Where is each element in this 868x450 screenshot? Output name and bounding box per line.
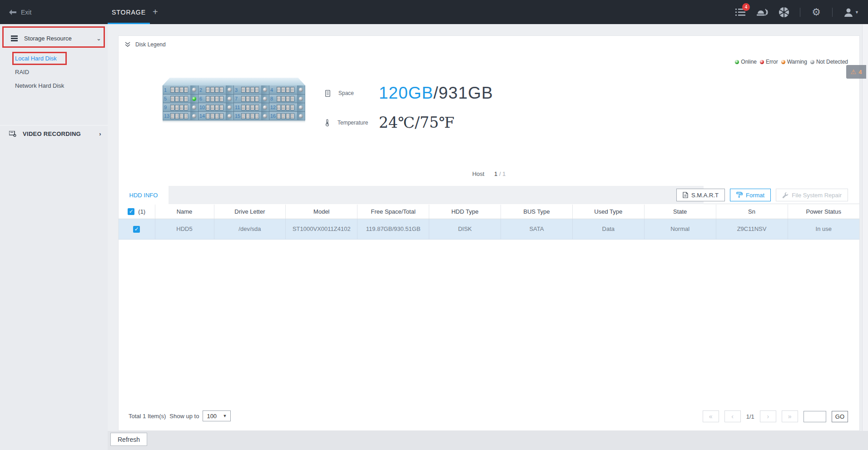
column-header-hdd-type: HDD Type (429, 205, 501, 219)
vent (250, 87, 254, 93)
video-recording-label: VIDEO RECORDING (23, 130, 81, 137)
exit-button[interactable]: Exit (9, 0, 31, 24)
disk-slot-3: 3 (234, 85, 269, 94)
vent (215, 113, 219, 119)
smart-button[interactable]: S.M.A.R.T (676, 189, 725, 201)
document-icon (683, 192, 688, 198)
vent (219, 113, 223, 119)
refresh-button[interactable]: Refresh (110, 433, 147, 446)
vent (179, 105, 184, 110)
vent (290, 96, 294, 102)
video-recording-icon (9, 131, 16, 137)
format-button[interactable]: Format (730, 189, 771, 201)
sidebar-group-video-recording[interactable]: VIDEO RECORDING › (0, 125, 108, 142)
table-cell: Z9C11NSV (716, 219, 788, 239)
vent (175, 96, 179, 102)
first-page-button[interactable]: « (703, 410, 719, 422)
file-system-repair-button[interactable]: File System Repair (776, 189, 848, 201)
thermometer-icon (325, 119, 329, 126)
page-size-select[interactable]: 100 ▼ (203, 410, 231, 421)
enclosure-shadow (163, 120, 305, 123)
host-label: Host (472, 170, 485, 177)
disk-slot-1: 1 (163, 85, 198, 94)
column-header-model: Model (286, 205, 357, 219)
topbar-separator (800, 8, 800, 17)
sidebar-item-local-hard-disk[interactable]: Local Hard Disk (15, 55, 57, 62)
vent (246, 87, 250, 93)
vent (219, 105, 223, 110)
space-used: 120GB (379, 84, 433, 102)
hdd-table: ✓(1)NameDrive LetterModelFree Space/Tota… (119, 205, 859, 240)
vent (286, 87, 290, 93)
add-tab-button[interactable]: + (153, 0, 158, 24)
column-header-name: Name (155, 205, 214, 219)
warning-icon: ⚠ (851, 68, 857, 75)
vent (210, 87, 214, 93)
disk-legend-label: Disk Legend (135, 41, 166, 48)
table-header-row: ✓(1)NameDrive LetterModelFree Space/Tota… (119, 205, 859, 219)
vent (170, 105, 174, 110)
disk-legend-panel: Disk Legend OnlineErrorWarningNot Detect… (118, 35, 860, 431)
active-tab-underline (108, 23, 150, 24)
user-account-icon[interactable]: ▼ (843, 6, 860, 18)
vent (184, 87, 188, 93)
vent (281, 113, 285, 119)
vent (215, 105, 219, 110)
vent (170, 96, 174, 102)
space-total: 931GB (438, 84, 493, 102)
temperature-label: Temperature (337, 120, 368, 126)
vent (210, 105, 214, 110)
vent (219, 96, 223, 102)
host-total-pages: / 1 (499, 170, 506, 177)
vent (290, 105, 294, 110)
top-bar: Exit STORAGE + 4 (0, 0, 868, 24)
storage-resource-icon (11, 35, 18, 41)
sidebar: Storage Resource ⌄ Local Hard Disk RAID … (0, 24, 108, 450)
tab-hdd-info[interactable]: HDD INFO (119, 186, 169, 204)
vent (277, 87, 281, 93)
disk-enclosure-graphic: 12345678910111213141516 (163, 78, 305, 123)
slot-led-12 (299, 105, 303, 110)
last-page-button[interactable]: » (782, 410, 798, 422)
disk-legend-header[interactable]: Disk Legend (125, 41, 166, 48)
vent (184, 96, 188, 102)
chevron-down-icon: ▼ (223, 414, 227, 418)
vent (170, 87, 174, 93)
task-list-icon[interactable]: 4 (734, 6, 746, 18)
disk-slot-7: 7 (234, 95, 269, 103)
status-dot (810, 60, 814, 64)
vent (184, 105, 188, 110)
slot-led-11 (263, 105, 267, 110)
table-cell: ST1000VX0011Z4102 (286, 219, 357, 239)
page-jump-input[interactable] (804, 411, 826, 422)
column-header-bus-type: BUS Type (501, 205, 573, 219)
vent (255, 96, 259, 102)
table-cell: /dev/sda (214, 219, 286, 239)
slot-led-9 (192, 105, 196, 110)
sidebar-group-storage-resource[interactable]: Storage Resource ⌄ (0, 29, 108, 47)
maintain-wheel-icon[interactable] (778, 6, 790, 18)
sidebar-item-network-hard-disk[interactable]: Network Hard Disk (15, 82, 64, 89)
tab-storage-label: STORAGE (112, 9, 146, 16)
table-row[interactable]: ✓HDD5/dev/sdaST1000VX0011Z4102119.87GB/9… (119, 219, 859, 239)
vent (246, 113, 250, 119)
next-page-button[interactable]: › (760, 410, 776, 422)
topbar-icon-group: 4 ⚙ ▼ (734, 0, 860, 24)
status-dot (760, 60, 764, 64)
alarm-siren-icon[interactable] (756, 6, 768, 18)
select-all-checkbox[interactable]: ✓ (128, 208, 134, 215)
tab-storage[interactable]: STORAGE (108, 0, 150, 24)
sidebar-item-raid[interactable]: RAID (15, 69, 29, 75)
row-checkbox[interactable]: ✓ (133, 226, 140, 233)
table-cell: Data (572, 219, 644, 239)
prev-page-button[interactable]: ‹ (724, 410, 741, 422)
storage-resource-label: Storage Resource (24, 35, 72, 42)
chevron-down-icon: ▼ (855, 10, 859, 15)
page-size-value: 100 (207, 413, 217, 420)
scrollbar[interactable] (862, 24, 868, 450)
go-button[interactable]: GO (832, 411, 848, 422)
settings-gear-icon[interactable]: ⚙ (810, 6, 822, 18)
alarm-flyout-tab[interactable]: ⚠ 4 (846, 65, 866, 79)
hdd-info-tabstrip: HDD INFO S.M.A.R.T Format (119, 186, 859, 204)
disk-slot-14: 14 (198, 112, 234, 120)
